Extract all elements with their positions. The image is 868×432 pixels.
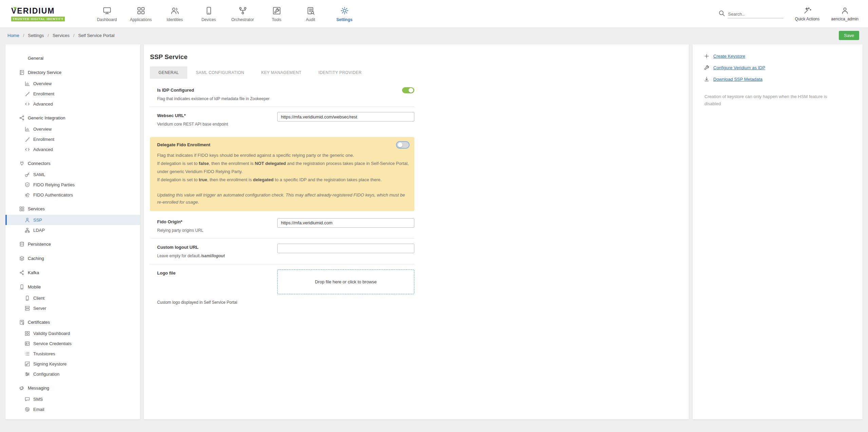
websec-url-input[interactable] [277,112,414,121]
sidebar-item-mobile[interactable]: Mobile [5,282,140,292]
text-fragment: true [199,177,207,182]
logo-dropzone[interactable]: Drop file here or click to browse [277,269,414,294]
tab-key-management[interactable]: KEY MANAGEMENT [253,67,310,79]
sidebar-item-advanced[interactable]: Advanced [5,99,140,109]
device-icon [204,6,213,15]
fido-origin-input[interactable] [277,218,414,228]
layers-icon [19,256,25,261]
sidebar-item-configuration[interactable]: Configuration [5,369,140,379]
is-idp-label: Is IDP Configured [157,88,277,93]
sidebar-item-label: SSP [33,218,42,223]
nav-item-orchestrator[interactable]: Orchestrator [226,5,260,22]
sidebar-item-email[interactable]: Email [5,404,140,414]
sidebar-item-client[interactable]: Client [5,293,140,303]
keygrid-icon [24,361,30,367]
field-row-websec-url: Websec URL* Veridium core REST API base … [150,107,414,132]
breadcrumb-item-home[interactable]: Home [7,33,19,38]
sidebar-item-services[interactable]: Services [5,204,140,214]
sidebar-item-label: LDAP [33,228,45,233]
sidebar-item-caching[interactable]: Caching [5,253,140,264]
sidebar-item-validity-dashboard[interactable]: Validity Dashboard [5,328,140,338]
apps-grid-icon [136,6,146,15]
tools-icon [272,6,281,15]
save-button[interactable]: Save [839,31,859,40]
sidebar-item-general[interactable]: General [5,53,140,63]
sidebar-item-signing-keystore[interactable]: Signing Keystore [5,359,140,369]
book-icon [19,70,25,75]
sidebar-item-ldap[interactable]: LDAP [5,225,140,235]
nav-item-applications[interactable]: Applications [124,5,158,22]
action-configure-veridium-as-idp[interactable]: Configure Veridium as IDP [704,65,852,71]
download-icon [704,76,710,82]
shield-icon [24,182,30,188]
action-download-ssp-metadata[interactable]: Download SSP Metadata [704,76,852,82]
field-row-fido-origin: Fido Origin* Relying party origins URL [150,213,414,239]
sidebar-item-enrollment[interactable]: Enrollment [5,134,140,144]
database-icon [19,241,25,247]
custom-logout-description: Leave empty for default /saml/logout [157,253,277,259]
sidebar-item-service-credentials[interactable]: Service Credentials [5,338,140,349]
breadcrumb-item-self-service-portal: Self Service Portal [78,33,114,38]
nav-item-dashboard[interactable]: Dashboard [90,5,124,22]
sidebar-item-sms[interactable]: SMS [5,394,140,404]
sidebar-item-label: Advanced [33,101,53,107]
sidebar-item-label: Configuration [33,372,59,377]
websec-url-description: Veridium core REST API base endpoint [157,121,277,127]
logo-tagline: TRUSTED DIGITAL IDENTITY [11,17,65,21]
sidebar-item-persistence[interactable]: Persistence [5,239,140,249]
sidebar-item-certificates[interactable]: Certificates [5,317,140,327]
search-input[interactable] [728,10,784,18]
sidebar-item-kafka[interactable]: Kafka [5,267,140,278]
breadcrumb-item-settings[interactable]: Settings [28,33,44,38]
sidebar-item-label: Connectors [28,161,50,166]
tab-identity-provider[interactable]: IDENTITY PROVIDER [310,67,370,79]
nav-item-tools[interactable]: Tools [260,5,294,22]
sidebar-item-connectors[interactable]: Connectors [5,158,140,169]
user-menu[interactable]: aencica_admin [831,6,858,21]
sidebar-item-overview[interactable]: Overview [5,78,140,89]
sidebar-item-label: Overview [33,127,52,132]
mobile-icon [19,284,25,290]
sidebar-item-label: FIDO Relying Parties [33,182,75,187]
nav-item-audit[interactable]: Audit [294,5,327,22]
custom-logout-input[interactable] [277,244,414,253]
sidebar-item-ssp[interactable]: SSP [5,215,140,225]
blank-icon [19,55,25,61]
sidebar-item-generic-integration[interactable]: Generic Integration [5,113,140,123]
sidebar-item-server[interactable]: Server [5,303,140,313]
breadcrumb: Home/Settings/Services/Self Service Port… [7,33,114,38]
breadcrumb-item-services[interactable]: Services [53,33,70,38]
code-icon [24,147,30,152]
person-icon [24,217,30,223]
chart-icon [24,81,30,87]
nav-item-identities[interactable]: Identities [158,5,192,22]
tab-saml-configuration[interactable]: SAML CONFIGURATION [187,67,253,79]
sidebar-item-label: Generic Integration [28,115,65,120]
nav-item-settings[interactable]: Settings [327,5,361,22]
sidebar-item-fido-relying-parties[interactable]: FIDO Relying Parties [5,180,140,190]
delegate-fido-enrollment-panel: Delegate Fido Enrollment Flag that indic… [150,137,414,211]
text-fragment: Flag that indicates if FIDO keys should … [157,153,354,158]
sidebar-item-directory-service[interactable]: Directory Service [5,67,140,78]
sidebar-item-label: Services [28,206,45,211]
action-create-keystore[interactable]: Create Keystore [704,53,852,59]
sidebar-item-truststores[interactable]: Truststores [5,349,140,359]
tab-general[interactable]: GENERAL [150,67,187,79]
websec-control [277,112,414,121]
veridium-logo[interactable]: VERIDIUM TRUSTED DIGITAL IDENTITY [11,6,76,21]
sidebar-item-messaging[interactable]: Messaging [5,383,140,393]
sidebar-item-saml[interactable]: SAML [5,169,140,180]
is-idp-toggle[interactable] [402,87,414,93]
sidebar-item-label: Validity Dashboard [33,331,70,336]
delegate-toggle[interactable] [397,142,409,148]
quick-actions-button[interactable]: Quick Actions [795,6,820,21]
sidebar-item-enrollment[interactable]: Enrollment [5,89,140,99]
user-icon [841,6,849,15]
steps-icon [24,136,30,142]
nav-item-label: Devices [202,17,216,22]
list-icon [24,351,30,357]
sidebar-item-advanced[interactable]: Advanced [5,144,140,154]
sidebar-item-overview[interactable]: Overview [5,124,140,134]
sidebar-item-fido-authenticators[interactable]: FIDO Authenticators [5,190,140,200]
nav-item-devices[interactable]: Devices [192,5,226,22]
